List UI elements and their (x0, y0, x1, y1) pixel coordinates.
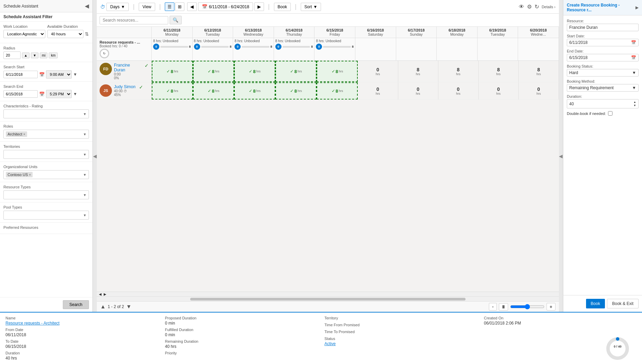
roles-architect-remove[interactable]: × (23, 132, 25, 136)
bottom-status-field: Status Active (324, 337, 477, 346)
filter-collapse-button[interactable]: ◀ (85, 3, 89, 9)
refresh-icon[interactable]: ↻ (535, 3, 539, 10)
start-time-dropdown-arrow[interactable]: ▼ (73, 72, 77, 77)
next-date-button[interactable]: ▶ (254, 2, 264, 11)
booking-method-dropdown[interactable]: Remaining Requirement ▼ (567, 84, 639, 92)
double-book-checkbox[interactable] (608, 111, 612, 116)
search-start-date-input[interactable] (3, 71, 38, 78)
page-down-button[interactable]: ▼ (126, 304, 131, 310)
judy-day-5[interactable]: 0 hrs (358, 82, 398, 99)
list-view-button[interactable]: ☰ (165, 2, 174, 11)
territories-select[interactable]: ▼ (3, 150, 89, 159)
scroll-right-arrow[interactable]: ▶ (104, 292, 106, 296)
view-button[interactable]: View (139, 3, 155, 11)
scroll-left-arrow[interactable]: ◀ (99, 292, 102, 296)
judy-day-7[interactable]: 0 hrs (438, 82, 479, 99)
francine-day-8[interactable]: 8 hrs (479, 61, 519, 82)
date-range-button[interactable]: 📅 6/11/2018 - 6/24/2018 (198, 2, 253, 11)
francine-day-3[interactable]: ✓ 8 hrs (275, 61, 317, 82)
duration-input[interactable]: 40 ▲ ▼ (567, 99, 639, 108)
duration-label: Duration: (567, 94, 639, 98)
roles-arrow[interactable]: ▼ (83, 132, 87, 136)
resource-types-select[interactable]: ▼ (3, 190, 89, 199)
book-button-right[interactable]: Book (586, 299, 605, 308)
radius-km-button[interactable]: km (49, 52, 57, 58)
radius-input[interactable] (3, 51, 21, 59)
available-duration-select[interactable]: 40 hours (47, 30, 84, 38)
start-date-value[interactable]: 6/11/2018 📅 (567, 39, 639, 46)
sort-button[interactable]: Sort ▼ (301, 3, 321, 11)
judy-day-2[interactable]: ✓ 8 hrs (234, 82, 275, 99)
judy-day-1[interactable]: ✓ 8 hrs (193, 82, 234, 99)
francine-day-9[interactable]: 8 hrs (519, 61, 559, 82)
search-button[interactable]: Search (63, 300, 89, 309)
zoom-slider[interactable] (510, 304, 544, 309)
eye-icon[interactable]: 👁 (519, 4, 524, 10)
search-resources-input[interactable] (100, 16, 168, 24)
pool-types-select[interactable]: ▼ (3, 211, 89, 220)
search-start-time-select[interactable]: 9:00 AM (46, 70, 72, 79)
org-units-arrow[interactable]: ▼ (83, 173, 87, 177)
characteristics-select[interactable]: ▼ (3, 109, 89, 118)
available-duration-spinner[interactable]: ⇅ (85, 31, 89, 37)
org-units-remove[interactable]: × (29, 173, 31, 177)
pause-button[interactable]: ⏸ (499, 303, 508, 310)
booking-status-dropdown[interactable]: Hard ▼ (567, 69, 639, 77)
bottom-status-link[interactable]: Active (324, 341, 477, 346)
end-time-dropdown-arrow[interactable]: ▼ (73, 92, 77, 96)
francine-day-0[interactable]: ✓ 8 hrs (152, 61, 193, 82)
work-location-select[interactable]: Location Agnostic (3, 30, 45, 38)
unbooked-day-1: 8 hrs: Unbooked 0 8 (193, 38, 233, 60)
francine-day-5[interactable]: 0 hrs (358, 61, 398, 82)
characteristics-arrow[interactable]: ▼ (83, 112, 87, 116)
page-up-button[interactable]: ▲ (100, 304, 106, 310)
radius-spinner-down[interactable]: ▼ (31, 52, 38, 58)
search-end-calendar-icon[interactable]: 📅 (39, 92, 45, 97)
radius-spinner-up[interactable]: ▲ (22, 52, 30, 58)
book-exit-button[interactable]: Book & Exit (607, 299, 639, 308)
org-units-select[interactable]: Contoso US × ▼ (3, 170, 89, 179)
judy-day-9[interactable]: 0 hrs (519, 82, 559, 99)
judy-day-8[interactable]: 0 hrs (479, 82, 519, 99)
radius-mi-button[interactable]: mi (40, 52, 48, 58)
resource-types-arrow[interactable]: ▼ (83, 193, 87, 197)
territories-arrow[interactable]: ▼ (83, 153, 87, 156)
francine-day-2[interactable]: ✓ 8 hrs (234, 61, 275, 82)
end-date-calendar-icon[interactable]: 📅 (631, 55, 636, 60)
bottom-name-link[interactable]: Resource requests - Architect (5, 321, 158, 326)
book-button[interactable]: Book (274, 3, 291, 11)
duration-spinner[interactable]: ▲ ▼ (633, 101, 636, 107)
search-end-date-input[interactable] (3, 90, 38, 98)
search-end-time-select[interactable]: 5:29 PM (46, 90, 72, 98)
details-toggle[interactable]: Details › (542, 5, 555, 9)
start-date-calendar-icon[interactable]: 📅 (631, 40, 636, 45)
search-start-calendar-icon[interactable]: 📅 (39, 72, 45, 77)
right-panel-collapse-handle[interactable]: ◀ (559, 0, 563, 312)
search-resources-button[interactable]: 🔍 (170, 16, 182, 24)
grid-view-button[interactable]: ⊞ (175, 2, 184, 11)
right-panel-expand-button[interactable]: ▶ (635, 5, 639, 10)
filter-collapse-handle[interactable]: ◀ (93, 0, 97, 312)
zoom-minus-button[interactable]: - (489, 303, 497, 310)
grid-scroll[interactable]: 6/11/2018Monday 6/12/2018Tuesday 6/13/20… (97, 27, 559, 292)
gear-icon[interactable]: ⚙ (527, 3, 532, 10)
judy-name[interactable]: Judy Simon (114, 84, 136, 89)
days-button[interactable]: Days ▼ (106, 3, 129, 11)
francine-day-6[interactable]: 8 hrs (398, 61, 438, 82)
francine-day-1[interactable]: ✓ 8 hrs (193, 61, 234, 82)
prev-date-button[interactable]: ◀ (187, 2, 197, 11)
judy-day-3[interactable]: ✓ 8 hrs (275, 82, 317, 99)
judy-day-0[interactable]: ✓ 8 hrs (152, 82, 193, 99)
date-col-0: 6/11/2018Monday (152, 27, 193, 38)
pool-types-arrow[interactable]: ▼ (83, 213, 87, 217)
francine-day-4[interactable]: ✓ 8 hrs (317, 61, 358, 82)
francine-name[interactable]: Francine Duran (114, 63, 141, 72)
horizontal-scrollbar[interactable] (190, 298, 466, 301)
judy-day-6[interactable]: 0 hrs (398, 82, 438, 99)
end-date-value[interactable]: 6/15/2018 📅 (567, 54, 639, 61)
zoom-plus-button[interactable]: + (547, 303, 555, 310)
francine-day-7[interactable]: 8 hrs (438, 61, 479, 82)
roles-select[interactable]: Architect × ▼ (3, 130, 89, 139)
judy-day-4[interactable]: ✓ 8 hrs (317, 82, 358, 99)
duration-field-row: Duration: 40 ▲ ▼ (567, 94, 639, 108)
